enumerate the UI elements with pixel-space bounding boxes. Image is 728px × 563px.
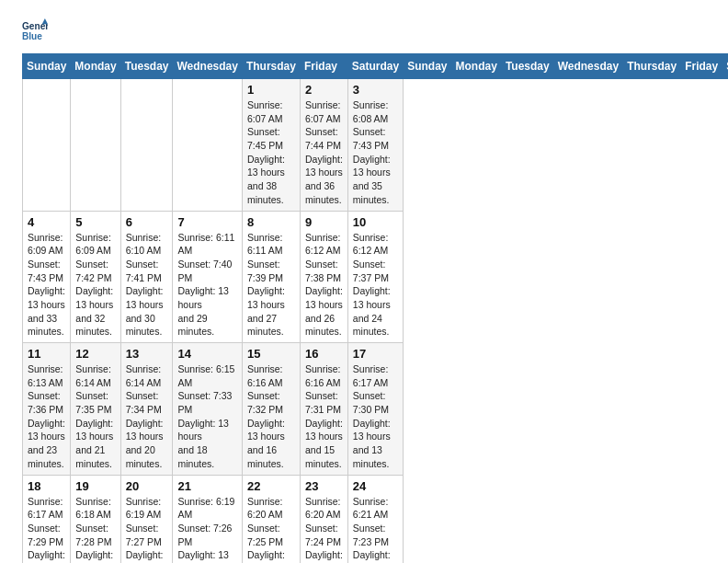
svg-text:Blue: Blue	[22, 31, 42, 41]
page-header: General Blue	[22, 18, 706, 44]
header-friday: Friday	[681, 54, 722, 79]
header-monday: Monday	[451, 54, 501, 79]
day-number: 22	[247, 479, 295, 493]
day-info: Sunrise: 6:15 AM Sunset: 7:33 PM Dayligh…	[177, 362, 236, 471]
calendar-cell: 17Sunrise: 6:17 AM Sunset: 7:30 PM Dayli…	[347, 343, 403, 476]
calendar-cell: 18Sunrise: 6:17 AM Sunset: 7:29 PM Dayli…	[23, 475, 71, 563]
day-number: 21	[177, 479, 236, 493]
header-thursday: Thursday	[623, 54, 681, 79]
day-number: 5	[75, 215, 115, 229]
calendar-cell: 16Sunrise: 6:16 AM Sunset: 7:31 PM Dayli…	[300, 343, 347, 476]
day-info: Sunrise: 6:11 AM Sunset: 7:39 PM Dayligh…	[247, 231, 295, 339]
calendar-cell: 15Sunrise: 6:16 AM Sunset: 7:32 PM Dayli…	[242, 343, 300, 476]
day-info: Sunrise: 6:16 AM Sunset: 7:31 PM Dayligh…	[305, 362, 343, 471]
day-number: 4	[28, 215, 65, 229]
day-info: Sunrise: 6:17 AM Sunset: 7:30 PM Dayligh…	[353, 362, 398, 471]
header-monday: Monday	[71, 54, 120, 79]
calendar-cell	[23, 79, 71, 212]
calendar-cell: 10Sunrise: 6:12 AM Sunset: 7:37 PM Dayli…	[347, 211, 403, 343]
day-info: Sunrise: 6:19 AM Sunset: 7:27 PM Dayligh…	[126, 495, 168, 564]
header-tuesday: Tuesday	[501, 54, 553, 79]
calendar-cell: 12Sunrise: 6:14 AM Sunset: 7:35 PM Dayli…	[71, 343, 120, 476]
header-friday: Friday	[300, 54, 347, 79]
calendar-cell: 11Sunrise: 6:13 AM Sunset: 7:36 PM Dayli…	[23, 343, 71, 476]
day-info: Sunrise: 6:07 AM Sunset: 7:44 PM Dayligh…	[305, 98, 343, 207]
day-info: Sunrise: 6:08 AM Sunset: 7:43 PM Dayligh…	[353, 98, 398, 207]
header-sunday: Sunday	[23, 54, 71, 79]
logo: General Blue	[22, 18, 51, 44]
calendar-cell: 1Sunrise: 6:07 AM Sunset: 7:45 PM Daylig…	[242, 79, 300, 212]
calendar-cell	[71, 79, 120, 212]
calendar-cell: 14Sunrise: 6:15 AM Sunset: 7:33 PM Dayli…	[173, 343, 242, 476]
day-number: 15	[247, 347, 295, 361]
day-number: 8	[247, 215, 295, 229]
day-info: Sunrise: 6:16 AM Sunset: 7:32 PM Dayligh…	[247, 362, 295, 471]
day-number: 18	[28, 479, 65, 493]
day-number: 17	[353, 347, 398, 361]
calendar-cell	[173, 79, 242, 212]
day-info: Sunrise: 6:21 AM Sunset: 7:23 PM Dayligh…	[353, 495, 398, 564]
calendar-cell: 13Sunrise: 6:14 AM Sunset: 7:34 PM Dayli…	[120, 343, 173, 476]
calendar-cell: 19Sunrise: 6:18 AM Sunset: 7:28 PM Dayli…	[71, 475, 120, 563]
day-info: Sunrise: 6:09 AM Sunset: 7:43 PM Dayligh…	[28, 231, 65, 339]
day-info: Sunrise: 6:12 AM Sunset: 7:38 PM Dayligh…	[305, 231, 343, 339]
calendar-cell: 4Sunrise: 6:09 AM Sunset: 7:43 PM Daylig…	[23, 211, 71, 343]
calendar-cell: 5Sunrise: 6:09 AM Sunset: 7:42 PM Daylig…	[71, 211, 120, 343]
day-number: 9	[305, 215, 343, 229]
calendar-week-3: 11Sunrise: 6:13 AM Sunset: 7:36 PM Dayli…	[23, 343, 729, 476]
day-info: Sunrise: 6:13 AM Sunset: 7:36 PM Dayligh…	[28, 362, 65, 471]
header-tuesday: Tuesday	[120, 54, 173, 79]
header-thursday: Thursday	[242, 54, 300, 79]
header-wednesday: Wednesday	[553, 54, 622, 79]
calendar-table: SundayMondayTuesdayWednesdayThursdayFrid…	[22, 53, 728, 563]
day-info: Sunrise: 6:11 AM Sunset: 7:40 PM Dayligh…	[177, 231, 236, 339]
day-info: Sunrise: 6:17 AM Sunset: 7:29 PM Dayligh…	[28, 495, 65, 564]
day-info: Sunrise: 6:14 AM Sunset: 7:34 PM Dayligh…	[126, 362, 168, 471]
calendar-week-2: 4Sunrise: 6:09 AM Sunset: 7:43 PM Daylig…	[23, 211, 729, 343]
header-sunday: Sunday	[404, 54, 451, 79]
day-number: 13	[126, 347, 168, 361]
day-info: Sunrise: 6:07 AM Sunset: 7:45 PM Dayligh…	[247, 98, 295, 207]
calendar-cell: 21Sunrise: 6:19 AM Sunset: 7:26 PM Dayli…	[173, 475, 242, 563]
day-number: 10	[353, 215, 398, 229]
calendar-cell: 3Sunrise: 6:08 AM Sunset: 7:43 PM Daylig…	[347, 79, 403, 212]
day-info: Sunrise: 6:18 AM Sunset: 7:28 PM Dayligh…	[75, 495, 115, 564]
calendar-cell: 20Sunrise: 6:19 AM Sunset: 7:27 PM Dayli…	[120, 475, 173, 563]
calendar-cell: 23Sunrise: 6:20 AM Sunset: 7:24 PM Dayli…	[300, 475, 347, 563]
header-saturday: Saturday	[347, 54, 403, 79]
day-number: 20	[126, 479, 168, 493]
day-number: 16	[305, 347, 343, 361]
day-number: 7	[177, 215, 236, 229]
day-info: Sunrise: 6:20 AM Sunset: 7:25 PM Dayligh…	[247, 495, 295, 564]
calendar-cell: 8Sunrise: 6:11 AM Sunset: 7:39 PM Daylig…	[242, 211, 300, 343]
day-info: Sunrise: 6:12 AM Sunset: 7:37 PM Dayligh…	[353, 231, 398, 339]
header-saturday: Saturday	[722, 54, 728, 79]
calendar-cell: 6Sunrise: 6:10 AM Sunset: 7:41 PM Daylig…	[120, 211, 173, 343]
calendar-week-4: 18Sunrise: 6:17 AM Sunset: 7:29 PM Dayli…	[23, 475, 729, 563]
calendar-cell: 7Sunrise: 6:11 AM Sunset: 7:40 PM Daylig…	[173, 211, 242, 343]
calendar-cell: 24Sunrise: 6:21 AM Sunset: 7:23 PM Dayli…	[347, 475, 403, 563]
day-number: 23	[305, 479, 343, 493]
day-info: Sunrise: 6:10 AM Sunset: 7:41 PM Dayligh…	[126, 231, 168, 339]
header-wednesday: Wednesday	[173, 54, 242, 79]
calendar-cell: 22Sunrise: 6:20 AM Sunset: 7:25 PM Dayli…	[242, 475, 300, 563]
calendar-cell: 9Sunrise: 6:12 AM Sunset: 7:38 PM Daylig…	[300, 211, 347, 343]
day-info: Sunrise: 6:14 AM Sunset: 7:35 PM Dayligh…	[75, 362, 115, 471]
day-info: Sunrise: 6:19 AM Sunset: 7:26 PM Dayligh…	[177, 495, 236, 564]
day-number: 19	[75, 479, 115, 493]
day-number: 1	[247, 83, 295, 97]
calendar-week-1: 1Sunrise: 6:07 AM Sunset: 7:45 PM Daylig…	[23, 79, 729, 212]
day-number: 12	[75, 347, 115, 361]
logo-icon: General Blue	[22, 18, 48, 44]
day-info: Sunrise: 6:09 AM Sunset: 7:42 PM Dayligh…	[75, 231, 115, 339]
day-info: Sunrise: 6:20 AM Sunset: 7:24 PM Dayligh…	[305, 495, 343, 564]
day-number: 24	[353, 479, 398, 493]
day-number: 3	[353, 83, 398, 97]
day-number: 2	[305, 83, 343, 97]
day-number: 6	[126, 215, 168, 229]
calendar-cell	[120, 79, 173, 212]
calendar-header-row: SundayMondayTuesdayWednesdayThursdayFrid…	[23, 54, 729, 79]
calendar-cell: 2Sunrise: 6:07 AM Sunset: 7:44 PM Daylig…	[300, 79, 347, 212]
day-number: 14	[177, 347, 236, 361]
day-number: 11	[28, 347, 65, 361]
